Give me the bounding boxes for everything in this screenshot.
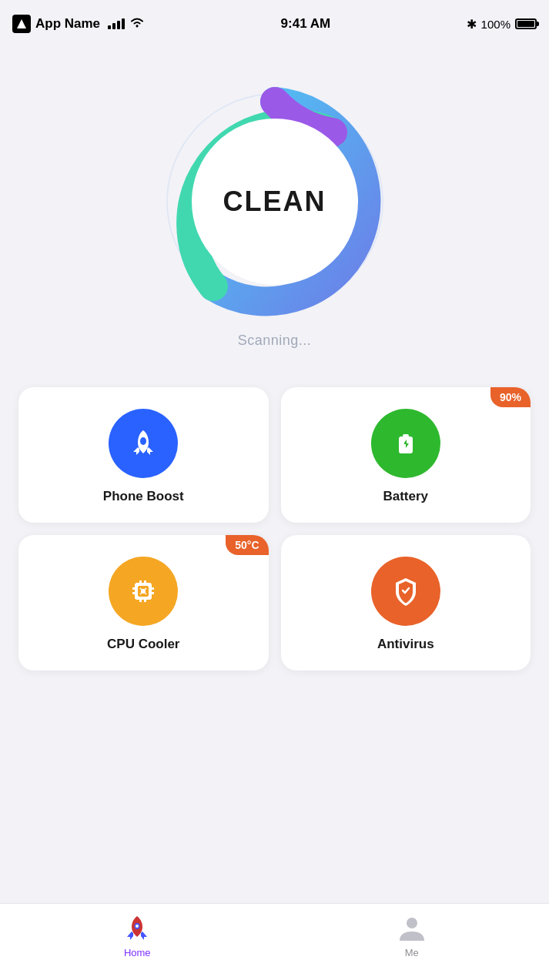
- donut-center-label: CLEAN: [223, 186, 326, 218]
- svg-rect-15: [139, 600, 142, 602]
- svg-rect-9: [132, 587, 135, 590]
- svg-rect-14: [144, 580, 146, 583]
- svg-marker-0: [17, 19, 26, 28]
- main-content: CLEAN Scanning... Phone Boost 90%: [0, 48, 549, 671]
- antivirus-icon-circle: [371, 557, 440, 626]
- bluetooth-icon: ✱: [467, 17, 477, 32]
- cpu-cooler-badge: 50°C: [226, 535, 268, 555]
- status-right: ✱ 100%: [467, 17, 537, 32]
- status-time: 9:41 AM: [281, 16, 331, 32]
- battery-icon: [515, 18, 537, 29]
- nav-me[interactable]: Me: [397, 913, 427, 958]
- svg-point-1: [136, 25, 139, 28]
- bottom-nav: Home Me: [0, 903, 549, 980]
- phone-boost-icon-circle: [109, 409, 178, 478]
- battery-card[interactable]: 90% Battery: [281, 387, 531, 523]
- donut-chart: CLEAN: [159, 86, 390, 317]
- battery-card-label: Battery: [383, 489, 428, 504]
- home-nav-icon: [122, 913, 152, 944]
- scanning-text: Scanning...: [238, 333, 312, 349]
- cpu-cooler-card[interactable]: 50°C CPU: [18, 535, 269, 671]
- phone-boost-card[interactable]: Phone Boost: [18, 387, 269, 523]
- battery-card-icon: [388, 426, 423, 461]
- nav-home-label: Home: [124, 947, 151, 958]
- me-nav-icon: [397, 913, 427, 944]
- cpu-icon: [126, 574, 161, 609]
- status-left: App Name: [12, 15, 145, 33]
- cards-grid: Phone Boost 90% Battery 50°C: [0, 387, 549, 671]
- svg-rect-10: [132, 592, 135, 594]
- battery-fill: [517, 21, 534, 27]
- svg-rect-12: [152, 592, 154, 594]
- app-icon: [12, 15, 31, 33]
- svg-point-4: [140, 437, 146, 445]
- svg-rect-16: [144, 600, 146, 602]
- battery-percent: 100%: [481, 18, 511, 31]
- rocket-icon: [126, 426, 161, 461]
- app-name: App Name: [35, 16, 100, 32]
- svg-point-22: [407, 918, 417, 928]
- signal-bars-icon: [108, 18, 125, 29]
- antivirus-card[interactable]: Antivirus: [281, 535, 531, 671]
- shield-icon: [388, 574, 423, 609]
- cpu-cooler-label: CPU Cooler: [107, 637, 179, 652]
- battery-icon-circle: [371, 409, 440, 478]
- antivirus-label: Antivirus: [377, 637, 434, 652]
- svg-point-21: [136, 925, 139, 928]
- battery-badge: 90%: [490, 387, 531, 407]
- phone-boost-label: Phone Boost: [103, 489, 184, 504]
- status-bar: App Name 9:41 AM ✱ 100%: [0, 0, 549, 48]
- svg-point-19: [141, 589, 146, 594]
- nav-home[interactable]: Home: [122, 913, 152, 958]
- wifi-icon: [129, 17, 145, 31]
- svg-rect-13: [139, 580, 142, 583]
- nav-me-label: Me: [405, 947, 419, 958]
- svg-rect-6: [403, 434, 409, 437]
- svg-rect-11: [152, 587, 154, 590]
- cpu-cooler-icon-circle: [109, 557, 178, 626]
